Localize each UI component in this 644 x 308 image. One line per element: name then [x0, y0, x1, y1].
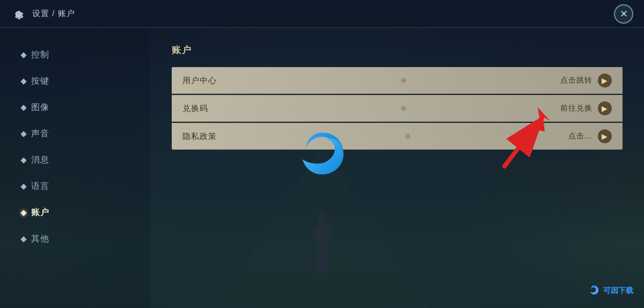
sidebar-item-message[interactable]: 消息 — [21, 149, 150, 171]
setting-rows: 用户中心 点击跳转 ▶ 兑换码 前往兑换 — [172, 67, 623, 150]
sidebar-item-keys[interactable]: 按键 — [21, 70, 150, 92]
row-label-privacy: 隐私政策 — [182, 131, 247, 142]
diamond-icon — [20, 105, 26, 111]
row-redeem-code[interactable]: 兑换码 前往兑换 ▶ — [172, 95, 623, 122]
close-button[interactable]: ✕ — [614, 4, 633, 24]
breadcrumb: 设置 / 账户 — [32, 9, 75, 19]
row-action-privacy: 点击... ▶ — [568, 129, 612, 143]
sidebar-item-language[interactable]: 语言 — [21, 175, 150, 197]
sidebar-item-controls[interactable]: 控制 — [21, 44, 150, 66]
row-label-redeem: 兑换码 — [182, 104, 247, 114]
header-bar: 设置 / 账户 ✕ — [0, 0, 644, 28]
row-action-redeem: 前往兑换 ▶ — [560, 101, 612, 115]
diamond-mid-icon — [400, 105, 406, 111]
row-user-center[interactable]: 用户中心 点击跳转 ▶ — [172, 67, 623, 94]
row-action-user-center: 点击跳转 ▶ — [560, 74, 612, 87]
arrow-right-icon: ▶ — [598, 129, 612, 143]
row-label-user-center: 用户中心 — [182, 76, 247, 86]
diamond-icon — [20, 78, 26, 84]
diamond-mid-icon — [400, 77, 406, 83]
sidebar-item-graphics[interactable]: 图像 — [21, 97, 150, 119]
diamond-icon — [20, 131, 26, 137]
arrow-right-icon: ▶ — [598, 101, 612, 115]
diamond-icon — [20, 236, 26, 242]
watermark-icon — [587, 284, 600, 297]
diamond-icon — [20, 52, 26, 58]
sidebar-item-sound[interactable]: 声音 — [21, 123, 150, 145]
diamond-icon — [20, 184, 26, 189]
section-title: 账户 — [172, 44, 623, 56]
row-middle — [247, 106, 560, 111]
edge-logo — [295, 127, 349, 181]
sidebar-item-account[interactable]: 账户 — [21, 202, 150, 224]
watermark: 可因下载 — [587, 284, 633, 297]
main-content: 账户 用户中心 点击跳转 ▶ 兑换码 — [150, 28, 644, 308]
row-middle — [247, 78, 560, 83]
sidebar: 控制 按键 图像 声音 消息 语言 — [0, 28, 150, 308]
diamond-mid-icon — [405, 133, 411, 139]
gear-icon — [11, 6, 26, 21]
diamond-icon — [20, 157, 26, 163]
diamond-icon-active — [20, 210, 26, 216]
row-privacy[interactable]: 隐私政策 点击... ▶ — [172, 123, 623, 150]
watermark-text: 可因下载 — [603, 286, 633, 296]
arrow-right-icon: ▶ — [598, 74, 612, 87]
sidebar-item-other[interactable]: 其他 — [21, 228, 150, 250]
